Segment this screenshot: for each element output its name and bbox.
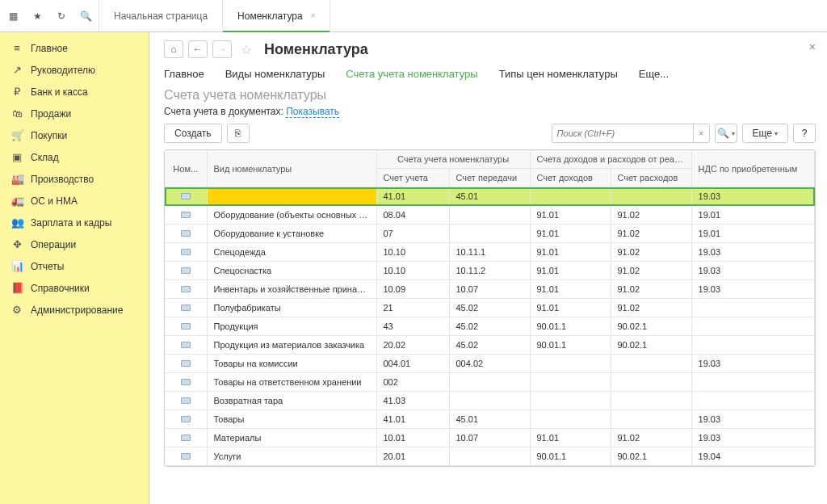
secondary-tab[interactable]: Еще...	[639, 65, 669, 83]
col-income-group: Счета доходов и расходов от реализации	[530, 150, 691, 169]
close-tab-icon[interactable]: ×	[311, 11, 316, 20]
top-tab[interactable]: Начальная страница	[99, 0, 223, 32]
sidebar-item[interactable]: 📊Отчеты	[0, 255, 149, 277]
table-cell: 91.02	[611, 225, 691, 243]
sidebar-item[interactable]: 🚛ОС и НМА	[0, 190, 149, 212]
table-cell	[449, 206, 530, 225]
top-tab[interactable]: Номенклатура×	[223, 0, 330, 32]
table-cell: Товары на комиссии	[207, 355, 376, 373]
sidebar-item-icon: 👥	[11, 216, 23, 229]
sidebar-item-label: Покупки	[31, 130, 67, 141]
table-row[interactable]: Инвентарь и хозяйственные принадл...10.0…	[165, 280, 815, 299]
table-row[interactable]: Товары на комиссии004.01004.0219.03	[165, 355, 815, 373]
table-cell: 91.02	[611, 262, 691, 280]
close-page-button[interactable]: ×	[809, 40, 816, 53]
table-cell: 91.01	[530, 262, 611, 280]
col-acc[interactable]: Счет учета	[376, 169, 449, 187]
table-row[interactable]: Оборудование (объекты основных с...08.04…	[165, 206, 815, 225]
secondary-tab[interactable]: Главное	[164, 65, 204, 83]
table-cell: Спецоснастка	[207, 262, 376, 280]
forward-button[interactable]: →	[212, 40, 232, 58]
sidebar-item-label: Производство	[31, 174, 94, 185]
table-cell	[611, 410, 691, 429]
table-row[interactable]: Спецоснастка10.1010.11.291.0191.0219.03	[165, 262, 815, 280]
table-cell: 43	[376, 317, 449, 336]
table-row[interactable]: Оборудование к установке0791.0191.0219.0…	[165, 225, 815, 243]
table-cell: 45.02	[449, 317, 530, 336]
row-type-icon	[181, 212, 191, 218]
history-icon[interactable]: ↻	[55, 10, 68, 23]
table-cell: 19.03	[691, 410, 814, 429]
secondary-tab[interactable]: Типы цен номенклатуры	[499, 65, 618, 83]
table-row[interactable]: Услуги20.0190.01.190.02.119.04	[165, 447, 815, 466]
table-cell: 90.02.1	[611, 447, 691, 466]
sidebar-item-icon: 🛒	[11, 129, 23, 141]
home-button[interactable]: ⌂	[164, 40, 183, 58]
table-cell	[207, 187, 376, 206]
col-transfer[interactable]: Счет передачи	[449, 169, 530, 187]
col-nom[interactable]: Ном...	[165, 150, 207, 187]
sidebar-item[interactable]: 🛍Продажи	[0, 103, 149, 124]
sidebar-item-icon: 🛍	[11, 107, 23, 120]
col-income[interactable]: Счет доходов	[530, 169, 611, 187]
doc-info-link[interactable]: Показывать	[286, 106, 339, 118]
copy-button[interactable]: ⎘	[227, 124, 250, 143]
apps-icon[interactable]: ▦	[6, 10, 19, 23]
more-button[interactable]: Еще▾	[742, 124, 788, 143]
table-cell	[611, 355, 691, 373]
table-cell: 19.01	[691, 206, 814, 225]
back-button[interactable]: ←	[188, 40, 208, 58]
sidebar-item[interactable]: ✥Операции	[0, 233, 149, 255]
table-cell: 90.01.1	[530, 447, 611, 466]
table-row[interactable]: Товары на ответственном хранении002	[165, 373, 815, 392]
table-cell: 002	[376, 373, 449, 392]
table-cell: 19.03	[691, 429, 814, 447]
row-type-icon	[181, 360, 191, 367]
table-row[interactable]: Возвратная тара41.03	[165, 392, 815, 410]
sidebar-item[interactable]: 👥Зарплата и кадры	[0, 212, 149, 233]
row-type-icon	[181, 323, 191, 330]
search-dropdown-button[interactable]: 🔍▾	[715, 124, 737, 143]
table-row[interactable]: Полуфабрикаты2145.0291.0191.02	[165, 299, 815, 317]
table-row[interactable]: Продукция из материалов заказчика20.0245…	[165, 336, 815, 355]
sidebar-item[interactable]: ⚙Администрирование	[0, 299, 149, 321]
sidebar-item[interactable]: 📕Справочники	[0, 277, 149, 299]
secondary-tab[interactable]: Виды номенклатуры	[225, 65, 325, 83]
table-row[interactable]: Товары41.0145.0119.03	[165, 410, 815, 429]
table-cell: 45.01	[449, 187, 530, 206]
sidebar-item[interactable]: 🏭Производство	[0, 168, 149, 190]
sidebar-item[interactable]: ₽Банк и касса	[0, 81, 149, 103]
table-row[interactable]: 41.0145.0119.03	[165, 187, 815, 206]
table-cell: Товары на ответственном хранении	[207, 373, 376, 392]
col-vat[interactable]: НДС по приобретенным	[691, 150, 814, 187]
sidebar-item-label: Банк и касса	[31, 86, 88, 98]
table-row[interactable]: Спецодежда10.1010.11.191.0191.0219.03	[165, 243, 815, 262]
sidebar-item[interactable]: ▣Склад	[0, 146, 149, 168]
table-cell	[165, 299, 207, 317]
create-button[interactable]: Создать	[164, 124, 222, 143]
sidebar-item[interactable]: ≡Главное	[0, 37, 149, 59]
col-kind[interactable]: Вид номенклатуры	[207, 150, 376, 187]
table-cell	[691, 336, 814, 355]
favorite-button[interactable]: ☆	[237, 40, 256, 58]
sidebar-item[interactable]: 🛒Покупки	[0, 124, 149, 146]
table-cell: Продукция из материалов заказчика	[207, 336, 376, 355]
sidebar-item[interactable]: ↗Руководителю	[0, 59, 149, 81]
table-cell	[449, 225, 530, 243]
star-icon[interactable]: ★	[31, 10, 44, 23]
table-row[interactable]: Материалы10.0110.0791.0191.0219.03	[165, 429, 815, 447]
table-cell	[165, 187, 207, 206]
search-clear-button[interactable]: ×	[693, 124, 709, 142]
secondary-tab[interactable]: Счета учета номенклатуры	[346, 65, 477, 83]
table-cell	[165, 392, 207, 410]
row-type-icon	[181, 249, 191, 255]
table-row[interactable]: Продукция4345.0290.01.190.02.1	[165, 317, 815, 336]
table-cell: 20.01	[376, 447, 449, 466]
help-button[interactable]: ?	[793, 124, 816, 143]
search-input[interactable]	[552, 128, 693, 138]
col-expense[interactable]: Счет расходов	[611, 169, 691, 187]
search-icon[interactable]: 🔍	[79, 10, 92, 23]
sidebar-item-icon: ₽	[11, 86, 23, 98]
table-cell	[530, 355, 611, 373]
search-box[interactable]: ×	[552, 124, 710, 143]
